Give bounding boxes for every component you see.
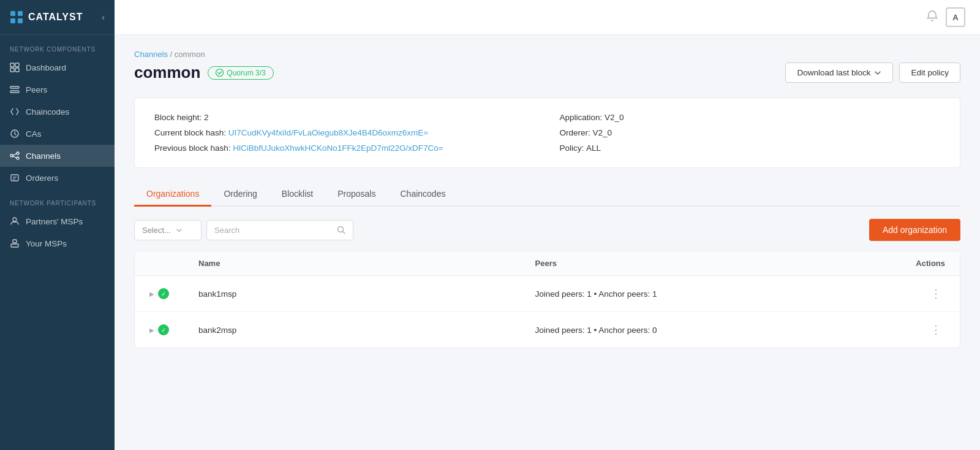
status-ok-icon: ✓ [158,324,169,335]
orderer-value: V2_0 [593,128,612,137]
orderer-row: Orderer: V2_0 [560,128,941,137]
sidebar-item-channels[interactable]: Channels [0,145,115,167]
info-card: Block height: 2 Application: V2_0 Curren… [134,97,960,168]
col-header-expand [149,259,198,268]
col-header-name: Name [198,259,535,268]
svg-line-24 [343,232,345,234]
breadcrumb-current: common [175,50,205,59]
sidebar-item-partners-msps[interactable]: Partners' MSPs [0,210,115,232]
select-placeholder: Select... [142,226,171,235]
row-peers-bank2msp: Joined peers: 1 • Anchor peers: 0 [535,326,872,335]
block-height-label: Block height: [154,113,202,122]
main-area: A Channels / common common Quorum 3/3 Do… [115,0,980,450]
tab-blocklist[interactable]: Blocklist [270,183,325,207]
add-organization-button[interactable]: Add organization [869,219,960,241]
breadcrumb: Channels / common [134,50,960,59]
channels-icon [10,151,20,161]
svg-rect-6 [10,68,14,72]
search-input[interactable] [214,226,333,235]
topbar: A [115,0,980,35]
sidebar-item-cas[interactable]: CAs [0,123,115,145]
peers-icon [10,85,20,94]
brand-icon [10,10,23,24]
application-value: V2_0 [605,113,624,122]
svg-point-22 [216,69,224,77]
tab-organizations[interactable]: Organizations [134,183,211,207]
user-avatar[interactable]: A [946,7,965,27]
quorum-check-icon [216,69,224,77]
svg-rect-2 [10,18,15,23]
toolbar: Select... Add organization [134,219,960,241]
notifications-bell[interactable] [926,10,938,25]
chaincodes-icon [10,107,20,116]
policy-value: ALL [586,143,601,153]
page-title-area: common Quorum 3/3 [134,63,274,82]
sidebar-item-orderers[interactable]: Orderers [0,167,115,189]
sidebar-item-peers[interactable]: Peers [0,78,115,101]
organizations-table: Name Peers Actions ▶ ✓ bank1msp Joined p… [134,251,960,348]
row-more-button-bank2msp[interactable]: ⋮ [927,322,945,338]
svg-rect-8 [10,86,19,88]
svg-rect-1 [18,11,23,16]
tab-chaincodes[interactable]: Chaincodes [388,183,458,207]
svg-rect-21 [13,240,17,243]
block-height-value: 2 [204,113,209,122]
svg-rect-7 [15,68,19,72]
tab-proposals[interactable]: Proposals [325,183,388,207]
page-title: common [134,63,200,82]
table-row: ▶ ✓ bank2msp Joined peers: 1 • Anchor pe… [135,312,960,348]
cas-icon [10,129,20,139]
download-last-block-button[interactable]: Download last block [785,63,893,83]
previous-block-hash-label: Previous block hash: [154,143,231,153]
application-label: Application: [560,113,603,122]
network-participants-section-label: Network participants [0,189,115,210]
page-header: common Quorum 3/3 Download last block Ed… [134,63,960,83]
previous-block-hash-row: Previous block hash: HlCiBbfUJukoXhwkHCK… [154,143,535,153]
policy-label: Policy: [560,143,584,153]
svg-point-19 [13,218,17,221]
table-row: ▶ ✓ bank1msp Joined peers: 1 • Anchor pe… [135,276,960,312]
block-height-row: Block height: 2 [154,113,535,122]
tab-ordering[interactable]: Ordering [211,183,269,207]
sidebar-item-chaincodes[interactable]: Chaincodes [0,101,115,123]
row-actions-bank1msp: ⋮ [872,286,945,302]
sidebar: CATALYST ‹ Network components Dashboard … [0,0,115,450]
row-more-button-bank1msp[interactable]: ⋮ [927,286,945,302]
row-expand-bank1msp[interactable]: ▶ ✓ [149,288,198,299]
breadcrumb-channels-link[interactable]: Channels [134,50,168,59]
svg-rect-3 [18,18,23,23]
sidebar-header: CATALYST ‹ [0,0,115,35]
svg-point-11 [10,154,13,157]
svg-point-12 [17,152,19,154]
status-ok-icon: ✓ [158,288,169,299]
col-header-peers: Peers [535,259,872,268]
orderers-icon [10,173,20,183]
sidebar-item-dashboard[interactable]: Dashboard [0,56,115,78]
edit-policy-button[interactable]: Edit policy [899,63,960,83]
yourmsps-icon [10,238,20,248]
current-block-hash-label: Current block hash: [154,128,226,137]
chevron-right-icon: ▶ [149,291,154,297]
svg-rect-4 [10,63,14,67]
sidebar-item-your-msps[interactable]: Your MSPs [0,232,115,254]
sidebar-collapse-button[interactable]: ‹ [102,12,105,22]
quorum-badge: Quorum 3/3 [208,66,273,80]
svg-rect-5 [15,63,19,67]
svg-line-14 [13,154,17,156]
row-expand-bank2msp[interactable]: ▶ ✓ [149,324,198,335]
row-name-bank1msp: bank1msp [198,289,535,299]
toolbar-filters: Select... [134,220,353,240]
previous-block-hash-link[interactable]: HlCiBbfUJukoXhwkHCKoNo1FFk2EpD7ml22G/xDF… [233,143,443,153]
row-peers-bank1msp: Joined peers: 1 • Anchor peers: 1 [535,289,872,299]
dashboard-icon [10,63,20,72]
orderer-label: Orderer: [560,128,590,137]
svg-point-13 [17,157,19,159]
search-box [206,220,353,240]
brand-logo: CATALYST [10,10,83,24]
current-block-hash-link[interactable]: UI7CudKVy4fxiId/FvLaOiegub8XJe4B4D6oxmz6… [228,128,428,137]
page-actions: Download last block Edit policy [785,63,960,83]
filter-select[interactable]: Select... [134,220,202,240]
select-chevron-icon [176,227,183,234]
policy-row: Policy: ALL [560,143,941,153]
page-content: Channels / common common Quorum 3/3 Down… [115,35,980,450]
